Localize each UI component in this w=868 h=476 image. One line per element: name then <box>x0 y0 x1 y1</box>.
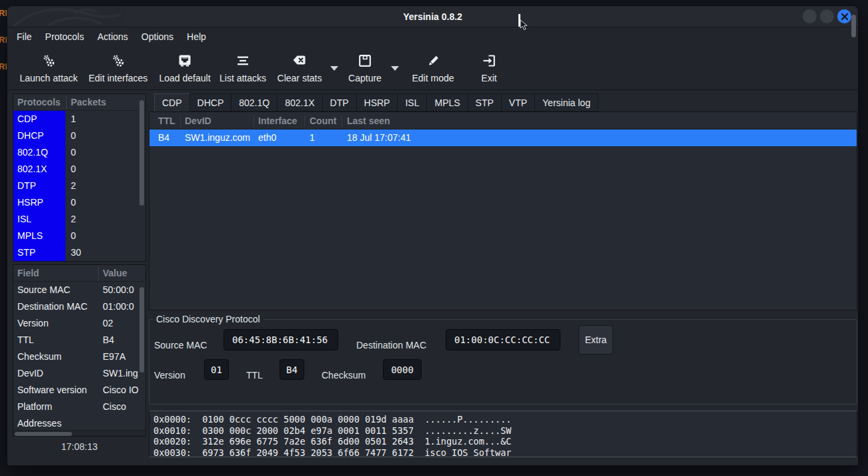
protocol-name: 802.1X <box>13 161 65 178</box>
packet-count: 30 <box>71 244 81 261</box>
toolbar-button-label: Load default <box>159 73 210 83</box>
protocol-row[interactable]: STP 30 <box>13 244 145 261</box>
protocol-tab[interactable]: CDP <box>154 93 189 112</box>
field-row[interactable]: Source MAC 50:00:0 <box>13 282 145 298</box>
packet-count: 2 <box>71 211 76 228</box>
protocol-tab[interactable]: Yersinia log <box>534 93 598 111</box>
packet-column-header[interactable]: Interface <box>258 112 297 130</box>
toolbar-button[interactable]: Capture <box>344 51 386 85</box>
field-row[interactable]: DevID SW1.ing <box>13 365 145 382</box>
packet-column-header[interactable]: Count <box>310 112 336 130</box>
menubar: FileProtocolsActionsOptionsHelp <box>7 27 858 46</box>
protocol-row[interactable]: MPLS 0 <box>13 228 145 244</box>
column-separator <box>98 267 99 280</box>
protocol-name: CDP <box>13 111 65 128</box>
packet-column-header[interactable]: Last seen <box>347 112 390 130</box>
protocol-row[interactable]: CDP 1 <box>13 111 145 128</box>
source-mac-input[interactable]: 06:45:8B:6B:41:56 <box>224 329 338 350</box>
protocol-row[interactable]: DTP 2 <box>13 178 145 194</box>
protocol-tab[interactable]: 802.1X <box>277 93 322 111</box>
column-separator <box>342 115 342 127</box>
protocol-name: 802.1Q <box>13 144 65 161</box>
close-icon <box>841 13 849 21</box>
protocol-tab[interactable]: VTP <box>501 93 534 111</box>
protocol-row[interactable]: HSRP 0 <box>13 194 145 211</box>
protocols-panel-header: Protocols Packets <box>13 94 145 111</box>
minimize-button[interactable] <box>803 9 817 23</box>
packet-count: 0 <box>71 161 76 178</box>
fields-panel-header: Field Value <box>13 265 145 282</box>
field-row[interactable]: Checksum E97A <box>13 348 145 365</box>
value-column-header[interactable]: Value <box>103 265 127 282</box>
toolbar-button[interactable]: Load default <box>155 51 214 85</box>
protocol-row[interactable]: DHCP 0 <box>13 128 145 144</box>
packet-column-header[interactable]: TTL <box>158 112 175 130</box>
field-row[interactable]: Software version Cisco IO <box>13 382 145 399</box>
menu-item[interactable]: Protocols <box>39 27 91 46</box>
packet-column-header[interactable]: DevID <box>185 112 211 130</box>
toolbar-button[interactable]: Edit interfaces <box>83 51 153 85</box>
protocols-scrollbar[interactable] <box>139 100 144 206</box>
column-separator <box>66 96 67 109</box>
clear-stats-dropdown-arrow[interactable] <box>330 66 338 71</box>
protocol-name: MPLS <box>13 228 65 244</box>
toolbar-button[interactable]: Launch attack <box>14 51 83 85</box>
menu-item[interactable]: Help <box>180 27 213 46</box>
protocols-column-header[interactable]: Protocols <box>17 94 61 111</box>
hexdump-scrollbar[interactable] <box>851 15 856 37</box>
background-text-fragment: RI <box>0 35 7 45</box>
protocol-tab[interactable]: STP <box>468 93 501 111</box>
field-value: Cisco IO <box>103 382 140 399</box>
destination-mac-input[interactable]: 01:00:0C:CC:CC:CC <box>446 329 560 350</box>
field-row[interactable]: Destination MAC 01:00:0 <box>13 298 145 315</box>
fields-horizontal-scrollbar-thumb[interactable] <box>15 432 72 436</box>
gears-icon <box>110 53 126 69</box>
protocol-tab[interactable]: 802.1Q <box>231 93 277 111</box>
ttl-input[interactable]: B4 <box>280 359 304 380</box>
field-row[interactable]: Platform Cisco <box>13 399 145 415</box>
capture-dropdown-arrow[interactable] <box>391 66 399 71</box>
field-column-header[interactable]: Field <box>17 265 39 282</box>
window-controls <box>803 9 851 23</box>
checksum-input[interactable]: 0000 <box>383 359 422 380</box>
menu-item[interactable]: Options <box>135 27 180 46</box>
close-button[interactable] <box>837 9 851 23</box>
protocol-tab[interactable]: DTP <box>322 93 356 111</box>
protocol-row[interactable]: 802.1Q 0 <box>13 144 145 161</box>
toolbar-button[interactable]: Edit mode <box>406 51 460 85</box>
toolbar-button[interactable]: Exit <box>474 51 504 85</box>
toolbar-button-label: List attacks <box>220 73 266 83</box>
yersinia-window: Yersinia 0.8.2 FileProtocolsActionsOptio… <box>7 5 859 466</box>
packet-count: 2 <box>71 178 76 194</box>
packet-count: 0 <box>71 228 76 244</box>
protocol-name: HSRP <box>13 194 65 211</box>
toolbar-button[interactable]: Clear stats <box>273 51 326 85</box>
packets-column-header[interactable]: Packets <box>71 94 106 111</box>
packet-table[interactable]: TTLDevIDInterfaceCountLast seen B4SW1.in… <box>149 111 857 310</box>
protocol-row[interactable]: 802.1X 0 <box>13 161 145 178</box>
version-input[interactable]: 01 <box>204 359 229 380</box>
field-row[interactable]: Version 02 <box>13 315 145 332</box>
checksum-label: Checksum <box>322 370 366 381</box>
menu-item[interactable]: Actions <box>91 27 135 46</box>
toolbar-button[interactable]: List attacks <box>217 51 269 85</box>
field-value: 02 <box>103 315 140 332</box>
protocol-tab[interactable]: HSRP <box>356 93 398 111</box>
hexdump-view[interactable]: 0x0000: 0100 0ccc cccc 5000 000a 0000 01… <box>149 411 857 457</box>
fields-vertical-scrollbar[interactable] <box>139 287 144 373</box>
maximize-button[interactable] <box>820 9 834 23</box>
fields-horizontal-scrollbar[interactable] <box>13 430 145 436</box>
selected-packet-row[interactable]: B4SW1.inguz.cometh0118 Jul 17:07:41 <box>149 130 857 146</box>
column-separator <box>180 115 181 127</box>
protocol-tab[interactable]: MPLS <box>426 93 467 111</box>
titlebar[interactable]: Yersinia 0.8.2 <box>7 6 858 27</box>
field-row[interactable]: TTL B4 <box>13 332 145 348</box>
protocol-tab[interactable]: DHCP <box>189 93 232 111</box>
extra-button[interactable]: Extra <box>578 325 613 354</box>
menu-item[interactable]: File <box>10 27 39 46</box>
capture-save-icon <box>357 53 373 69</box>
protocol-row[interactable]: ISL 2 <box>13 211 145 228</box>
protocol-tab[interactable]: ISL <box>397 93 426 111</box>
protocol-name: DHCP <box>13 128 65 144</box>
protocol-tabbar: CDPDHCP802.1Q802.1XDTPHSRPISLMPLSSTPVTPY… <box>149 93 598 112</box>
